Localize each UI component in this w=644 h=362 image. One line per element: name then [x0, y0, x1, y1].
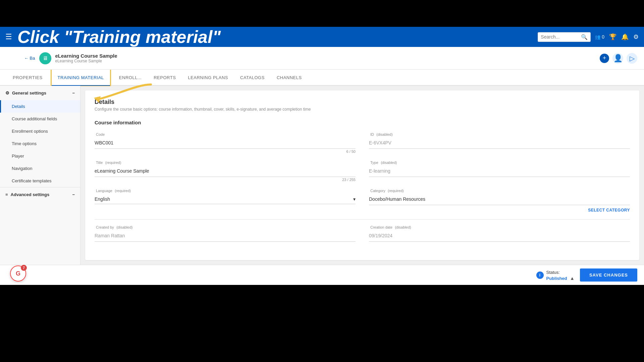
sidebar-general-settings-header[interactable]: ⚙ General settings − [0, 86, 80, 100]
bell-icon[interactable]: 🔔 [621, 33, 629, 41]
tab-catalogs[interactable]: CATALOGS [234, 70, 271, 86]
bottom-bar: i Status: Published ▲ SAVE CHANGES [0, 265, 644, 285]
user-profile-icon[interactable]: 👤 [612, 53, 623, 64]
sidebar-advanced-settings-header[interactable]: ≡ Advanced settings − [0, 187, 80, 202]
status-label: Status: [546, 270, 560, 275]
course-title: eLearning Course Sample [55, 53, 117, 59]
course-information-label: Course information [95, 120, 630, 125]
gear-icon[interactable]: ⚙ [633, 33, 639, 41]
code-counter: 6 / 50 [95, 149, 356, 154]
creation-date-value: 09/19/2024 [369, 231, 630, 242]
form-field-id: ID (disabled) E-6VX4PV [369, 132, 630, 154]
grammarly-count: 7 [21, 265, 27, 271]
status-group: Status: Published ▲ [546, 269, 575, 281]
title-value[interactable]: eLearning Course Sample [95, 166, 356, 177]
details-title: Details [95, 99, 630, 106]
course-info: eLearning Course Sample eLearning Course… [55, 53, 117, 63]
title-label: Title (required) [95, 160, 356, 165]
type-label: Type (disabled) [369, 160, 630, 165]
user-count-icon[interactable]: 👥 0 [595, 34, 604, 40]
form-field-language: Language (required) English ▾ [95, 188, 356, 213]
grammarly-icon: G [16, 270, 20, 277]
svg-marker-0 [94, 96, 101, 103]
status-info: i Status: Published ▲ [536, 269, 575, 281]
menu-icon[interactable]: ☰ [5, 33, 12, 41]
select-category-button[interactable]: SELECT CATEGORY [369, 208, 630, 213]
sidebar-item-player[interactable]: Player [0, 150, 80, 162]
code-value[interactable]: WBC001 [95, 138, 356, 149]
play-icon[interactable]: ▷ [627, 53, 637, 64]
tab-learning-plans[interactable]: LEARNING PLANS [182, 70, 234, 86]
save-changes-button[interactable]: SAVE CHANGES [580, 268, 637, 282]
creation-date-label: Creation date (disabled) [369, 225, 630, 230]
details-panel: Details Configure the course basic optio… [85, 90, 639, 260]
id-value: E-6VX4PV [369, 138, 630, 149]
header: ☰ Click "Training material" 🔍 👥 0 🏆 🔔 ⚙ [0, 27, 644, 47]
id-label: ID (disabled) [369, 132, 630, 137]
sidebar-item-certificate-templates[interactable]: Certificate templates [0, 175, 80, 187]
sidebar-item-navigation[interactable]: Navigation [0, 162, 80, 175]
trophy-icon[interactable]: 🏆 [609, 33, 616, 41]
sub-header: ← Ba 🖥 eLearning Course Sample eLearning… [0, 47, 644, 70]
sidebar-item-enrollment-options[interactable]: Enrollment options [0, 125, 80, 137]
status-arrow[interactable]: ▲ [570, 276, 575, 281]
sidebar-advanced-settings-label: Advanced settings [11, 192, 50, 197]
language-value: English [95, 196, 110, 202]
form-field-category: Category (required) Docebo/Human Resourc… [369, 188, 630, 213]
form-field-title: Title (required) eLearning Course Sample… [95, 160, 356, 182]
arrow-annotation [91, 81, 158, 109]
details-subtitle: Configure the course basic options: cour… [95, 107, 630, 112]
advanced-icon: ≡ [5, 192, 8, 197]
form-field-creation-date: Creation date (disabled) 09/19/2024 [369, 225, 630, 242]
category-value: Docebo/Human Resources [369, 194, 630, 205]
collapse-icon[interactable]: − [72, 90, 75, 96]
tab-channels[interactable]: CHANNELS [271, 70, 308, 86]
sub-header-right: + 👤 ▷ [600, 53, 644, 64]
title-counter: 23 / 255 [95, 178, 356, 182]
form-row-title-type: Title (required) eLearning Course Sample… [95, 160, 630, 182]
main-content: ⚙ General settings − Details Course addi… [0, 86, 644, 265]
course-subtitle: eLearning Course Sample [55, 59, 117, 63]
back-button[interactable]: ← Ba [20, 56, 39, 61]
sidebar-general-settings-label: General settings [12, 90, 46, 96]
created-by-value: Raman Rattan [95, 231, 356, 242]
annotation-text: Click "Training material" [17, 27, 538, 47]
sidebar-item-course-additional-fields[interactable]: Course additional fields [0, 113, 80, 125]
search-icon[interactable]: 🔍 [581, 34, 588, 40]
sidebar: ⚙ General settings − Details Course addi… [0, 86, 80, 265]
black-bar-bottom [0, 285, 644, 362]
search-input[interactable] [541, 34, 581, 40]
form-field-created-by: Created by (disabled) Raman Rattan [95, 225, 356, 242]
expand-icon[interactable]: − [72, 192, 75, 197]
language-arrow: ▾ [353, 196, 356, 202]
divider [95, 219, 630, 220]
header-right: 🔍 👥 0 🏆 🔔 ⚙ [538, 32, 639, 42]
form-row-language-category: Language (required) English ▾ Category (… [95, 188, 630, 213]
add-button[interactable]: + [600, 54, 609, 63]
info-icon: i [536, 272, 544, 279]
category-label: Category (required) [369, 188, 630, 193]
grammarly-badge[interactable]: G 7 [10, 265, 26, 282]
course-icon: 🖥 [39, 52, 51, 64]
sidebar-item-details[interactable]: Details [0, 100, 80, 113]
form-row-code-id: Code WBC001 6 / 50 ID (disabled) E-6VX4P… [95, 132, 630, 154]
code-label: Code [95, 132, 356, 137]
language-label: Language (required) [95, 188, 356, 193]
sidebar-general-section: ⚙ General settings − Details Course addi… [0, 86, 80, 187]
language-select[interactable]: English ▾ [95, 194, 356, 204]
form-field-code: Code WBC001 6 / 50 [95, 132, 356, 154]
tab-properties[interactable]: PROPERTIES [7, 70, 49, 86]
gear-icon: ⚙ [5, 90, 9, 96]
status-value: Published [546, 276, 567, 281]
black-bar-top [0, 0, 644, 27]
form-field-type: Type (disabled) E-learning [369, 160, 630, 182]
header-icons: 👥 0 🏆 🔔 ⚙ [595, 33, 639, 41]
search-box[interactable]: 🔍 [538, 32, 591, 42]
type-value: E-learning [369, 166, 630, 177]
sidebar-item-time-options[interactable]: Time options [0, 137, 80, 150]
form-row-created: Created by (disabled) Raman Rattan Creat… [95, 225, 630, 242]
created-by-label: Created by (disabled) [95, 225, 356, 230]
